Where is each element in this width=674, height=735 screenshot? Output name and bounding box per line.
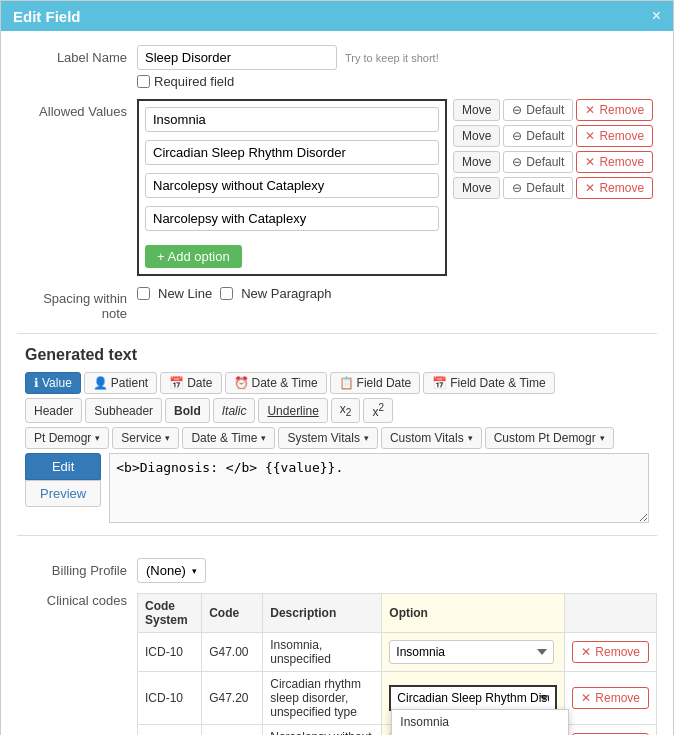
default-btn-2[interactable]: ⊖ Default [503,151,573,173]
code-system-1: ICD-10 [138,672,202,725]
date-time-dropdown[interactable]: Date & Time ▾ [182,427,275,449]
code-2: G47.419 [202,725,263,736]
billing-caret: ▾ [192,566,197,576]
add-option-button[interactable]: + Add option [145,245,242,268]
remove-btn-2[interactable]: ✕ Remove [576,151,653,173]
action-1: ✕ Remove [565,672,657,725]
close-button[interactable]: × [652,7,661,25]
modal-body: Label Name Try to keep it short! Require… [1,31,673,735]
new-line-label: New Line [158,286,212,301]
x-row-1: ✕ [581,691,591,705]
remove-row-0[interactable]: ✕ Remove [572,641,649,663]
move-label-1: Move [462,129,491,143]
section-divider-2 [17,535,657,536]
pt-demogr-caret: ▾ [95,433,100,443]
tab-edit[interactable]: Edit [25,453,101,480]
value-btn[interactable]: ℹ Value [25,372,81,394]
remove-btn-0[interactable]: ✕ Remove [576,99,653,121]
move-label-3: Move [462,181,491,195]
col-description: Description [263,594,382,633]
x-icon-1: ✕ [585,129,595,143]
option-select-0[interactable]: Insomnia Circadian Sleep Rhythm Disorder… [389,640,554,664]
tab-preview[interactable]: Preview [25,480,101,507]
row-0-controls: Move ⊖ Default ✕ Remove [453,99,653,121]
new-paragraph-checkbox[interactable] [220,287,233,300]
date-btn[interactable]: 📅 Date [160,372,221,394]
row-3-controls: Move ⊖ Default ✕ Remove [453,177,653,199]
date-time-btn[interactable]: ⏰ Date & Time [225,372,327,394]
col-code: Code [202,594,263,633]
move-btn-1[interactable]: Move [453,125,500,147]
field-date-btn[interactable]: 📋 Field Date [330,372,421,394]
clinical-codes-row: Clinical codes Code System Code Descript… [17,593,657,735]
underline-btn[interactable]: Underline [258,398,327,423]
allowed-row-3 [145,206,439,235]
table-row: ICD-10 G47.00 Insomnia, unspecified Inso… [138,633,657,672]
label-name-row: Label Name Try to keep it short! Require… [17,45,657,89]
remove-row-1[interactable]: ✕ Remove [572,687,649,709]
default-btn-3[interactable]: ⊖ Default [503,177,573,199]
patient-btn[interactable]: 👤 Patient [84,372,157,394]
new-line-checkbox[interactable] [137,287,150,300]
required-field-row: Required field [137,74,657,89]
field-date-time-btn[interactable]: 📅 Field Date & Time [423,372,554,394]
subheader-btn[interactable]: Subheader [85,398,162,423]
generated-text-textarea[interactable]: <b>Diagnosis: </b> {{value}}. [109,453,649,523]
custom-vitals-dropdown[interactable]: Custom Vitals ▾ [381,427,482,449]
required-field-checkbox[interactable] [137,75,150,88]
header-btn[interactable]: Header [25,398,82,423]
minus-icon-0: ⊖ [512,103,522,117]
move-btn-2[interactable]: Move [453,151,500,173]
desc-0: Insomnia, unspecified [263,633,382,672]
action-0: ✕ Remove [565,633,657,672]
clinical-codes-table: Code System Code Description Option ICD-… [137,593,657,735]
required-field-label: Required field [154,74,234,89]
systemvitals-caret: ▾ [364,433,369,443]
move-btn-0[interactable]: Move [453,99,500,121]
option-cell-0: Insomnia Circadian Sleep Rhythm Disorder… [382,633,565,672]
code-1: G47.20 [202,672,263,725]
option-select-1[interactable]: Insomnia Circadian Sleep Rhythm Disorder… [391,687,555,709]
system-vitals-dropdown[interactable]: System Vitals ▾ [278,427,377,449]
generated-text-section: Generated text ℹ Value 👤 Patient 📅 Date … [17,346,657,523]
default-btn-1[interactable]: ⊖ Default [503,125,573,147]
x-icon-3: ✕ [585,181,595,195]
move-btn-3[interactable]: Move [453,177,500,199]
code-0: G47.00 [202,633,263,672]
custptdemogr-caret: ▾ [600,433,605,443]
allowed-value-input-3[interactable] [145,206,439,231]
remove-btn-1[interactable]: ✕ Remove [576,125,653,147]
italic-btn[interactable]: Italic [213,398,256,423]
toolbar-row-1: ℹ Value 👤 Patient 📅 Date ⏰ Date & Time 📋 [25,372,649,394]
allowed-values-label: Allowed Values [17,99,137,119]
clinical-codes-table-wrapper: Code System Code Description Option ICD-… [137,593,657,735]
new-paragraph-label: New Paragraph [241,286,331,301]
edit-preview-tabs: Edit Preview [25,453,101,523]
bold-btn[interactable]: Bold [165,398,210,423]
xsup-btn[interactable]: x2 [363,398,393,423]
calendar2-icon: 📋 [339,376,354,390]
service-dropdown[interactable]: Service ▾ [112,427,179,449]
spacing-content: New Line New Paragraph [137,286,657,301]
clock-icon: ⏰ [234,376,249,390]
allowed-value-input-0[interactable] [145,107,439,132]
label-name-input[interactable] [137,45,337,70]
allowed-value-input-2[interactable] [145,173,439,198]
x2-btn[interactable]: x2 [331,398,361,423]
dropdown-item-insomnia[interactable]: Insomnia [392,710,568,734]
spacing-label: Spacing within note [17,286,137,321]
allowed-value-input-1[interactable] [145,140,439,165]
billing-dropdown[interactable]: (None) ▾ [137,558,206,583]
label-name-content: Try to keep it short! Required field [137,45,657,89]
move-label-0: Move [462,103,491,117]
customvitals-caret: ▾ [468,433,473,443]
info-icon: ℹ [34,376,39,390]
remove-btn-3[interactable]: ✕ Remove [576,177,653,199]
pt-demogr-dropdown[interactable]: Pt Demogr ▾ [25,427,109,449]
x-icon-2: ✕ [585,155,595,169]
default-btn-0[interactable]: ⊖ Default [503,99,573,121]
clinical-codes-label: Clinical codes [17,593,137,608]
minus-icon-1: ⊖ [512,129,522,143]
custom-pt-demogr-dropdown[interactable]: Custom Pt Demogr ▾ [485,427,614,449]
desc-1: Circadian rhythm sleep disorder, unspeci… [263,672,382,725]
